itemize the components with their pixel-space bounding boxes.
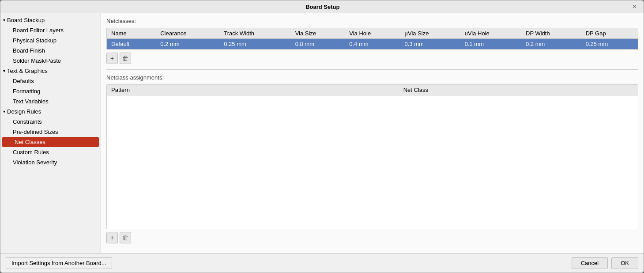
dialog-actions: Cancel OK bbox=[572, 257, 638, 269]
table-row[interactable]: Default0.2 mm0.25 mm0.8 mm0.4 mm0.3 mm0.… bbox=[107, 39, 638, 49]
import-button[interactable]: Import Settings from Another Board... bbox=[6, 257, 112, 269]
netclasses-col-name: Name bbox=[107, 28, 156, 39]
assignments-add-button[interactable]: + bbox=[106, 232, 118, 243]
main-content: ▾ Board StackupBoard Editor LayersPhysic… bbox=[0, 13, 644, 253]
netclasses-col-uvia-hole: uVia Hole bbox=[460, 28, 521, 39]
cancel-button[interactable]: Cancel bbox=[572, 257, 608, 269]
sidebar-item-board-finish[interactable]: Board Finish bbox=[0, 46, 101, 56]
assignments-delete-button[interactable]: 🗑 bbox=[120, 232, 131, 243]
dialog-title: Board Setup bbox=[15, 4, 631, 10]
title-bar: Board Setup × bbox=[0, 0, 644, 13]
content-area: Netclasses: NameClearanceTrack WidthVia … bbox=[101, 13, 644, 253]
netclasses-col-via-hole: Via Hole bbox=[345, 28, 400, 39]
sidebar-item-physical-stackup[interactable]: Physical Stackup bbox=[0, 35, 101, 46]
board-setup-dialog: Board Setup × ▾ Board StackupBoard Edito… bbox=[0, 0, 644, 273]
sidebar-item-board-editor-layers[interactable]: Board Editor Layers bbox=[0, 25, 101, 35]
chevron-icon: ▾ bbox=[3, 109, 5, 114]
close-button[interactable]: × bbox=[631, 3, 638, 10]
netclasses-col-via-size: Via Size bbox=[291, 28, 345, 39]
netclasses-delete-button[interactable]: 🗑 bbox=[120, 53, 131, 64]
netclasses-col-dp-width: DP Width bbox=[521, 28, 581, 39]
table-cell: 0.1 mm bbox=[460, 39, 521, 49]
sidebar-item-defaults[interactable]: Defaults bbox=[0, 76, 101, 86]
table-cell: 0.8 mm bbox=[291, 39, 345, 49]
table-cell: 0.25 mm bbox=[219, 39, 290, 49]
sidebar-item-violation-severity[interactable]: Violation Severity bbox=[0, 157, 101, 167]
separator bbox=[106, 69, 638, 70]
netclasses-body[interactable]: Default0.2 mm0.25 mm0.8 mm0.4 mm0.3 mm0.… bbox=[107, 39, 638, 49]
netclasses-actions: + 🗑 bbox=[106, 53, 638, 64]
sidebar-item-pre-defined-sizes[interactable]: Pre-defined Sizes bbox=[0, 127, 101, 137]
sidebar-item-custom-rules[interactable]: Custom Rules bbox=[0, 147, 101, 157]
assignments-header-row: PatternNet Class bbox=[107, 85, 638, 95]
bottom-bar: Import Settings from Another Board... Ca… bbox=[0, 253, 644, 273]
chevron-icon: ▾ bbox=[3, 18, 5, 23]
netclasses-add-button[interactable]: + bbox=[106, 53, 118, 64]
sidebar-item-constraints[interactable]: Constraints bbox=[0, 117, 101, 127]
assignments-col-net-class: Net Class bbox=[399, 85, 638, 95]
assignments-table: PatternNet Class bbox=[107, 85, 638, 95]
assignments-actions: + 🗑 bbox=[106, 232, 638, 243]
assignments-label: Netclass assignments: bbox=[106, 74, 638, 81]
assignments-col-pattern: Pattern bbox=[107, 85, 399, 95]
netclasses-col-clearance: Clearance bbox=[156, 28, 219, 39]
netclasses-col-dp-gap: DP Gap bbox=[581, 28, 638, 39]
table-cell: 0.25 mm bbox=[581, 39, 638, 49]
table-cell: 0.4 mm bbox=[345, 39, 400, 49]
sidebar: ▾ Board StackupBoard Editor LayersPhysic… bbox=[0, 13, 101, 253]
table-cell: Default bbox=[107, 39, 156, 49]
sidebar-item-text-variables[interactable]: Text Variables bbox=[0, 96, 101, 106]
sidebar-section-board-stackup[interactable]: ▾ Board Stackup bbox=[0, 15, 101, 25]
netclasses-label: Netclasses: bbox=[106, 18, 638, 24]
netclasses-table-wrapper: NameClearanceTrack WidthVia SizeVia Hole… bbox=[106, 28, 638, 50]
netclasses-col-track-width: Track Width bbox=[219, 28, 290, 39]
chevron-icon: ▾ bbox=[3, 68, 5, 73]
sidebar-item-net-classes[interactable]: Net Classes bbox=[2, 137, 99, 147]
sidebar-item-solder-mask-paste[interactable]: Solder Mask/Paste bbox=[0, 56, 101, 66]
sidebar-item-formatting[interactable]: Formatting bbox=[0, 86, 101, 96]
assignments-table-wrapper: PatternNet Class bbox=[106, 84, 638, 229]
sidebar-section-design-rules[interactable]: ▾ Design Rules bbox=[0, 106, 101, 117]
netclasses-table: NameClearanceTrack WidthVia SizeVia Hole… bbox=[107, 28, 638, 49]
table-cell: 0.3 mm bbox=[400, 39, 460, 49]
sidebar-section-text-graphics[interactable]: ▾ Text & Graphics bbox=[0, 66, 101, 76]
netclasses-header-row: NameClearanceTrack WidthVia SizeVia Hole… bbox=[107, 28, 638, 39]
table-cell: 0.2 mm bbox=[156, 39, 219, 49]
table-cell: 0.2 mm bbox=[521, 39, 581, 49]
assignments-section: Netclass assignments: PatternNet Class +… bbox=[106, 74, 638, 249]
netclasses-col-µvia-size: µVia Size bbox=[400, 28, 460, 39]
ok-button[interactable]: OK bbox=[611, 257, 638, 269]
